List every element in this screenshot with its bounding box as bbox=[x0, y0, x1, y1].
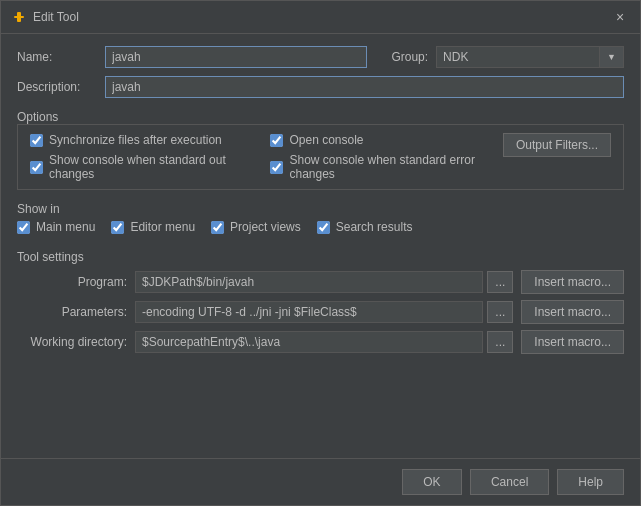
description-row: Description: bbox=[17, 76, 624, 98]
program-input[interactable] bbox=[135, 271, 483, 293]
close-button[interactable]: × bbox=[610, 7, 630, 27]
sync-files-checkbox[interactable] bbox=[30, 134, 43, 147]
program-input-wrapper: ... bbox=[135, 271, 513, 293]
dialog-footer: OK Cancel Help bbox=[1, 458, 640, 505]
description-label: Description: bbox=[17, 80, 97, 94]
options-label: Options bbox=[17, 110, 624, 124]
options-top-row: Synchronize files after execution Open c… bbox=[30, 133, 611, 181]
group-dropdown-arrow[interactable]: ▼ bbox=[599, 47, 623, 67]
editor-menu-checkbox[interactable] bbox=[111, 221, 124, 234]
group-section: Group: ▼ bbox=[391, 46, 624, 68]
group-label: Group: bbox=[391, 50, 428, 64]
parameters-ellipsis-button[interactable]: ... bbox=[487, 301, 513, 323]
name-group-row: Name: Group: ▼ bbox=[17, 46, 624, 68]
working-directory-macro-button[interactable]: Insert macro... bbox=[521, 330, 624, 354]
help-button[interactable]: Help bbox=[557, 469, 624, 495]
main-menu-checkbox[interactable] bbox=[17, 221, 30, 234]
group-combo: ▼ bbox=[436, 46, 624, 68]
svg-rect-1 bbox=[17, 12, 21, 22]
cancel-button[interactable]: Cancel bbox=[470, 469, 549, 495]
main-menu-row: Main menu bbox=[17, 220, 95, 234]
working-directory-row: Working directory: ... Insert macro... bbox=[17, 330, 624, 354]
dialog-content: Name: Group: ▼ Description: Options bbox=[1, 34, 640, 458]
show-console-stderr-checkbox[interactable] bbox=[270, 161, 283, 174]
working-directory-input-wrapper: ... bbox=[135, 331, 513, 353]
edit-tool-dialog: Edit Tool × Name: Group: ▼ Description: … bbox=[0, 0, 641, 506]
search-results-label: Search results bbox=[336, 220, 413, 234]
show-in-checkboxes: Main menu Editor menu Project views Sear… bbox=[17, 220, 624, 234]
options-checkboxes: Synchronize files after execution Open c… bbox=[30, 133, 495, 181]
working-directory-input[interactable] bbox=[135, 331, 483, 353]
show-in-label: Show in bbox=[17, 202, 624, 216]
editor-menu-label: Editor menu bbox=[130, 220, 195, 234]
parameters-label: Parameters: bbox=[17, 305, 127, 319]
sync-files-label: Synchronize files after execution bbox=[49, 133, 222, 147]
ok-button[interactable]: OK bbox=[402, 469, 462, 495]
search-results-checkbox[interactable] bbox=[317, 221, 330, 234]
open-console-checkbox[interactable] bbox=[270, 134, 283, 147]
name-input[interactable] bbox=[105, 46, 367, 68]
options-panel: Synchronize files after execution Open c… bbox=[17, 124, 624, 190]
parameters-input[interactable] bbox=[135, 301, 483, 323]
project-views-checkbox[interactable] bbox=[211, 221, 224, 234]
show-console-stderr-label: Show console when standard error changes bbox=[289, 153, 494, 181]
tool-settings-section: Tool settings Program: ... Insert macro.… bbox=[17, 246, 624, 446]
show-in-section: Show in Main menu Editor menu Project vi… bbox=[17, 198, 624, 238]
title-bar: Edit Tool × bbox=[1, 1, 640, 34]
show-in-panel: Main menu Editor menu Project views Sear… bbox=[17, 216, 624, 238]
group-input[interactable] bbox=[437, 47, 599, 67]
program-ellipsis-button[interactable]: ... bbox=[487, 271, 513, 293]
parameters-row: Parameters: ... Insert macro... bbox=[17, 300, 624, 324]
description-input[interactable] bbox=[105, 76, 624, 98]
name-label: Name: bbox=[17, 50, 97, 64]
show-console-stdout-label: Show console when standard out changes bbox=[49, 153, 254, 181]
search-results-row: Search results bbox=[317, 220, 413, 234]
tool-settings-label: Tool settings bbox=[17, 250, 624, 264]
output-filters-button[interactable]: Output Filters... bbox=[503, 133, 611, 157]
dialog-title: Edit Tool bbox=[33, 10, 604, 24]
options-section: Options Synchronize files after executio… bbox=[17, 106, 624, 190]
project-views-row: Project views bbox=[211, 220, 301, 234]
sync-files-row: Synchronize files after execution bbox=[30, 133, 254, 147]
main-menu-label: Main menu bbox=[36, 220, 95, 234]
working-directory-label: Working directory: bbox=[17, 335, 127, 349]
show-console-stderr-row: Show console when standard error changes bbox=[270, 153, 494, 181]
working-directory-ellipsis-button[interactable]: ... bbox=[487, 331, 513, 353]
program-label: Program: bbox=[17, 275, 127, 289]
editor-menu-row: Editor menu bbox=[111, 220, 195, 234]
show-console-stdout-checkbox[interactable] bbox=[30, 161, 43, 174]
open-console-label: Open console bbox=[289, 133, 363, 147]
parameters-input-wrapper: ... bbox=[135, 301, 513, 323]
show-console-stdout-row: Show console when standard out changes bbox=[30, 153, 254, 181]
open-console-row: Open console bbox=[270, 133, 494, 147]
program-row: Program: ... Insert macro... bbox=[17, 270, 624, 294]
project-views-label: Project views bbox=[230, 220, 301, 234]
tool-icon bbox=[11, 9, 27, 25]
parameters-macro-button[interactable]: Insert macro... bbox=[521, 300, 624, 324]
program-macro-button[interactable]: Insert macro... bbox=[521, 270, 624, 294]
